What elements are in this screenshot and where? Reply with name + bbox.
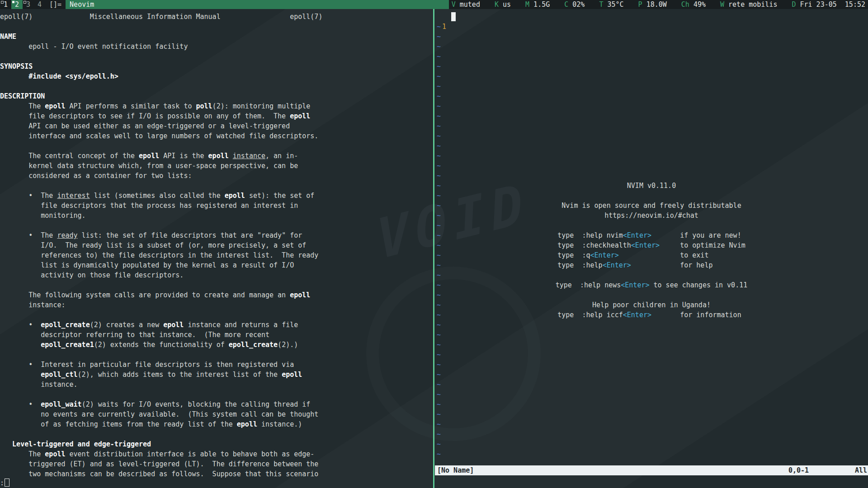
text-segment: epoll xyxy=(290,291,310,299)
man-line xyxy=(0,429,322,439)
man-line xyxy=(0,141,322,151)
status-item-c: C 02% xyxy=(564,0,585,9)
man-line: • The ready list: the set of file descri… xyxy=(0,230,322,240)
status-value: us xyxy=(499,0,511,9)
tilde: ~ xyxy=(437,61,441,71)
man-line: • Interest in particular file descriptor… xyxy=(0,360,322,370)
terminal-neovim[interactable]: ~~~~~~~~~~~~~~~~~~~~~~~~~~~~~~~~~~~~~~~~… xyxy=(435,9,868,488)
man-line: epoll - I/O event notification facility xyxy=(0,42,322,52)
text-segment: , an in- xyxy=(265,152,298,160)
text-segment: epoll_create xyxy=(41,321,90,329)
man-line: triggered (ET) and as level-triggered (L… xyxy=(0,459,322,469)
workspace-tag-4[interactable]: 4 xyxy=(34,0,45,9)
man-line: I/O. The ready list is a subset of (or, … xyxy=(0,240,322,250)
text-segment: type :help xyxy=(557,261,602,269)
text-segment: NAME xyxy=(0,33,16,41)
text-segment: https://neovim.io/#chat xyxy=(604,211,698,220)
layout-symbol[interactable]: []= xyxy=(45,0,66,9)
man-line xyxy=(0,310,322,320)
text-segment: list is dynamically populated by the ker… xyxy=(0,261,294,269)
nvim-statusline: [No Name] 0,0-1 All xyxy=(435,465,868,475)
text-segment: for information xyxy=(651,311,745,319)
text-segment: file descriptors to see if I/O is possib… xyxy=(0,112,290,120)
statusline-scroll-position: All xyxy=(855,465,867,475)
text-segment: <Enter> xyxy=(603,261,631,269)
text-segment: of as fetching items from the ready list… xyxy=(0,420,237,428)
tilde: ~ xyxy=(437,171,441,181)
text-segment: NVIM v0.11.0 xyxy=(627,182,676,190)
status-item-k: K us xyxy=(495,0,511,9)
man-line: #include <sys/epoll.h> xyxy=(0,71,322,81)
man-line: interface and scales well to large numbe… xyxy=(0,131,322,141)
nvim-intro-line: type :help iccf<Enter> for information xyxy=(435,310,868,320)
pager-prompt-text: : xyxy=(0,479,4,487)
text-segment: poll xyxy=(196,102,212,110)
text-segment: SYNOPSIS xyxy=(0,62,33,70)
text-segment xyxy=(0,341,41,349)
status-value: 35°C xyxy=(603,0,623,9)
text-segment: two mechanisms can be described as follo… xyxy=(0,470,318,478)
text-segment: to exit xyxy=(619,251,745,259)
nvim-intro-line: type :q<Enter> to exit xyxy=(435,250,868,260)
tag-client-indicator xyxy=(1,1,4,4)
window-separator[interactable] xyxy=(433,9,434,488)
text-segment: type :q xyxy=(557,251,590,259)
text-segment: epoll - I/O event notification facility xyxy=(0,42,188,51)
man-line: • epoll_wait(2) waits for I/O events, bl… xyxy=(0,399,322,409)
nvim-intro-line: https://neovim.io/#chat xyxy=(435,211,868,221)
text-segment: interest xyxy=(57,192,90,200)
man-line: descriptor referring to that instance. (… xyxy=(0,330,322,340)
window-title-text: Neovim xyxy=(70,0,94,9)
text-segment: set): the set of xyxy=(245,192,315,200)
text-segment: (2).) xyxy=(278,341,298,349)
man-line: instance. xyxy=(0,380,322,389)
text-segment: <Enter> xyxy=(590,251,619,259)
tilde: ~ xyxy=(437,131,441,141)
text-segment: (2), which adds items to the interest li… xyxy=(78,371,282,379)
man-line: of as fetching items from the ready list… xyxy=(0,419,322,429)
man-line: SYNOPSIS xyxy=(0,61,322,71)
status-label: Ch xyxy=(681,0,689,9)
terminal-man-page[interactable]: epoll(7) Miscellaneous Information Manua… xyxy=(0,9,433,488)
status-item-w: W rete mobilis xyxy=(720,0,777,9)
text-segment: file descriptors that the process has re… xyxy=(0,202,298,210)
tilde: ~ xyxy=(437,389,441,399)
man-line xyxy=(0,22,322,32)
text-segment: Level-triggered and edge-triggered xyxy=(12,440,151,448)
tilde: ~ xyxy=(437,91,441,101)
man-line xyxy=(0,52,322,61)
man-line: epoll(7) Miscellaneous Information Manua… xyxy=(0,12,322,22)
text-segment: API performs a similar task to xyxy=(66,102,196,110)
text-segment: event distribution interface is able to … xyxy=(66,450,315,458)
status-value: 49% xyxy=(689,0,706,9)
nvim-intro-line: type :help news<Enter> to see changes in… xyxy=(435,280,868,290)
text-segment: • Interest in particular file descriptor… xyxy=(0,361,294,369)
man-line: references to) the file descriptors in t… xyxy=(0,250,322,260)
workspace-tag-3[interactable]: 3 xyxy=(23,0,34,9)
workspace-tag-1[interactable]: 1 xyxy=(0,0,11,9)
tilde: ~ xyxy=(437,191,441,201)
workspace-tag-2[interactable]: 2 xyxy=(11,0,23,9)
text-segment: instance: xyxy=(0,301,66,309)
tilde: ~ xyxy=(437,439,441,449)
man-line: list is dynamically populated by the ker… xyxy=(0,260,322,270)
man-line: The epoll event distribution interface i… xyxy=(0,449,322,459)
text-segment: interface and scales well to large numbe… xyxy=(0,132,318,140)
status-item-t: T 35°C xyxy=(599,0,623,9)
man-line: Level-triggered and edge-triggered xyxy=(0,439,322,449)
tilde: ~ xyxy=(437,330,441,340)
text-segment: epoll_create1 xyxy=(41,341,94,349)
status-label: K xyxy=(495,0,499,9)
tilde: ~ xyxy=(437,151,441,161)
buffer-line-1: 1 xyxy=(435,12,459,22)
status-bar: 1234 []= Neovim V mutedK usM 1.5GC 02%T … xyxy=(0,0,868,9)
tilde: ~ xyxy=(437,380,441,389)
system-status: V mutedK usM 1.5GC 02%T 35°CP 18.0WCh 49… xyxy=(449,0,868,9)
text-segment: The xyxy=(0,450,45,458)
man-line xyxy=(0,280,322,290)
man-line: instance: xyxy=(0,300,322,310)
man-line: • The interest list (sometimes also call… xyxy=(0,191,322,201)
text-segment: epoll xyxy=(282,371,302,379)
text-segment: epoll xyxy=(225,192,245,200)
text-segment: epoll xyxy=(290,112,310,120)
